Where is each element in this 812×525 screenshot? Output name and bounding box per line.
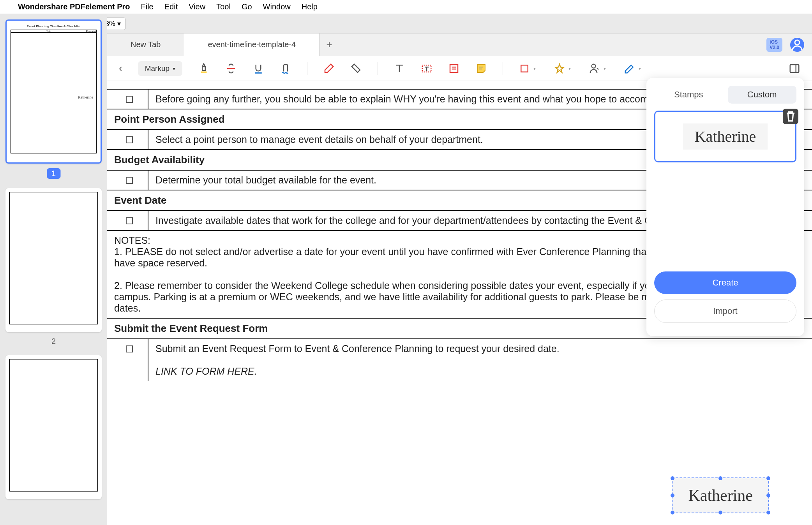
document-tabs: New Tab event-timeline-template-4 + iOSV… [107,33,812,56]
eraser-icon[interactable] [323,63,335,74]
pen-icon[interactable]: ▾ [624,63,635,74]
svg-rect-19 [790,65,799,72]
markup-toolbar: ‹ Markup▾ ▾ ▾ ▾ ▾ [107,56,812,81]
create-button[interactable]: Create [654,271,796,294]
checkbox[interactable] [126,217,133,224]
panel-toggle-icon[interactable] [789,63,800,74]
tab-stamps[interactable]: Stamps [654,86,723,104]
svg-rect-7 [202,67,205,70]
signature-preview[interactable]: Katherine [654,111,796,162]
user-avatar[interactable] [790,38,804,52]
delete-annotation-icon[interactable] [350,63,362,74]
ios-badge[interactable]: iOSV2.0 [766,38,782,52]
resize-handle[interactable] [766,493,770,497]
signature-icon[interactable]: ▾ [589,63,600,74]
macos-menubar: Wondershare PDFelement Pro File Edit Vie… [0,0,812,14]
svg-point-18 [592,64,596,68]
page-number-1: 1 [47,168,60,179]
svg-rect-17 [521,65,528,72]
back-button[interactable]: ‹ [119,62,122,74]
menu-view[interactable]: View [189,2,205,11]
task-text: Submit an Event Request Form to Event & … [148,339,812,381]
text-icon[interactable] [394,63,405,74]
shape-icon[interactable]: ▾ [519,63,530,74]
squiggly-underline-icon[interactable] [280,63,291,74]
signature-text: Katherine [688,486,753,505]
page-thumbnail-2[interactable] [5,188,102,332]
menu-go[interactable]: Go [242,2,252,11]
signature-text: Katherine [683,123,768,150]
resize-handle[interactable] [766,476,770,480]
tab-new[interactable]: New Tab [107,33,184,56]
svg-point-6 [795,40,800,45]
menu-edit[interactable]: Edit [164,2,178,11]
stamp-icon[interactable]: ▾ [554,63,565,74]
add-tab-button[interactable]: + [320,33,339,56]
page-thumbnail-1[interactable]: Event Planning Timeline & Checklist Task… [5,19,102,164]
checkbox[interactable] [126,136,133,143]
toolbar-divider [378,62,378,75]
thumbnail-sidebar: Event Planning Timeline & Checklist Task… [0,14,107,525]
checkbox[interactable] [126,96,133,103]
underline-icon[interactable] [252,63,264,74]
tab-custom[interactable]: Custom [728,86,797,104]
menu-tool[interactable]: Tool [216,2,231,11]
markup-dropdown[interactable]: Markup▾ [138,61,182,76]
strikethrough-icon[interactable] [225,63,237,74]
resize-handle[interactable] [718,476,722,480]
toolbar-divider [503,62,503,75]
menu-help[interactable]: Help [302,2,318,11]
checkbox[interactable] [126,177,133,184]
note-icon[interactable] [448,63,460,74]
resize-handle[interactable] [671,476,674,480]
page-thumbnail-3[interactable] [5,355,102,499]
checkbox[interactable] [126,345,133,352]
svg-rect-8 [201,71,207,73]
toolbar-divider [307,62,307,75]
highlight-icon[interactable] [198,63,210,74]
resize-handle[interactable] [671,493,674,497]
delete-signature-button[interactable] [783,109,798,124]
sticky-note-icon[interactable] [475,63,487,74]
app-name[interactable]: Wondershare PDFelement Pro [18,2,130,11]
page-number-2: 2 [5,337,102,346]
tab-document[interactable]: event-timeline-template-4 [184,33,320,56]
text-box-icon[interactable] [421,63,432,74]
import-button[interactable]: Import [654,299,796,323]
menu-file[interactable]: File [141,2,153,11]
resize-handle[interactable] [766,511,770,514]
window-topbar: ▾ 143% ▾ [0,14,812,33]
placed-signature[interactable]: Katherine [672,477,769,513]
stamps-panel: Stamps Custom Katherine Create Import [646,78,804,336]
menu-window[interactable]: Window [263,2,291,11]
